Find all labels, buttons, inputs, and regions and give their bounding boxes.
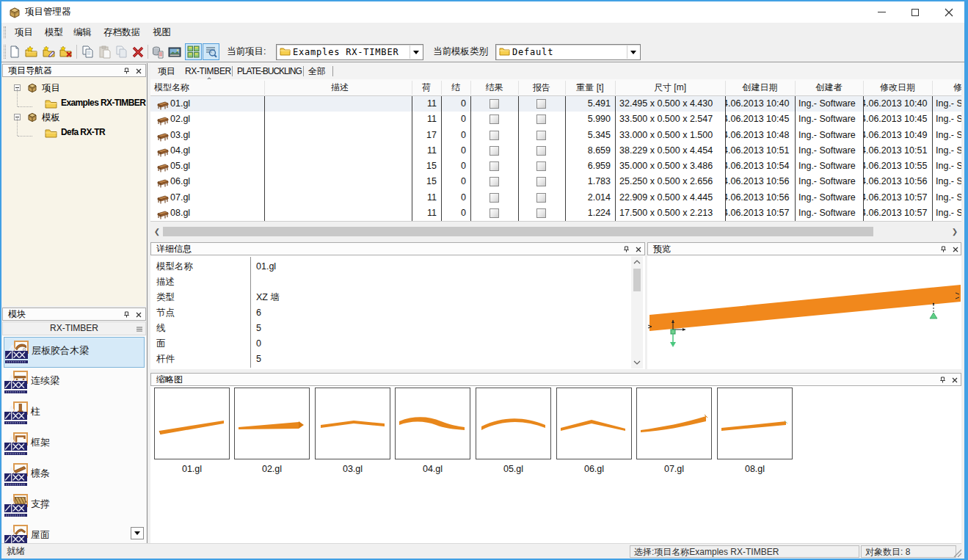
thumbnail-06.gl[interactable] (556, 388, 632, 459)
table-row[interactable]: 04.gl1108.65938.229 x 0.500 x 4.4544.06.… (150, 143, 961, 159)
table-row[interactable]: 07.gl1102.01422.909 x 0.500 x 4.4454.06.… (150, 190, 961, 206)
scroll-up-icon[interactable] (633, 260, 641, 264)
module-item-2[interactable]: 连续梁 (4, 368, 145, 399)
results-checkbox[interactable] (490, 193, 499, 203)
report-checkbox[interactable] (536, 161, 546, 171)
thumbnail-07.gl[interactable] (636, 388, 712, 459)
thumbnail-08.gl[interactable] (717, 388, 793, 459)
chevron-down-icon[interactable] (627, 46, 639, 59)
report-checkbox[interactable] (536, 114, 546, 124)
close-button[interactable] (932, 1, 966, 23)
table-row[interactable]: 02.gl1105.99033.500 x 0.500 x 2.5474.06.… (150, 112, 961, 127)
extract-archive-button[interactable] (152, 46, 165, 59)
results-checkbox[interactable] (490, 161, 499, 171)
delete-project-folder-button[interactable] (59, 46, 73, 59)
close-icon[interactable] (134, 66, 143, 76)
thumbnail-05.gl[interactable] (476, 388, 551, 459)
pin-icon[interactable] (938, 375, 947, 385)
close-icon[interactable] (134, 310, 143, 319)
column-header-4[interactable]: 结 (441, 79, 470, 95)
menu-item-5[interactable]: 视图 (151, 23, 172, 42)
thumbnail-02.gl[interactable] (234, 388, 310, 459)
pin-icon[interactable] (122, 310, 131, 319)
thumbnail-03.gl[interactable] (315, 388, 390, 459)
preview-view-toggle-button[interactable] (203, 43, 219, 60)
table-horizontal-scrollbar[interactable]: ❮ ❯ (150, 225, 961, 238)
thumbnail-04.gl[interactable] (395, 388, 470, 459)
scroll-down-icon[interactable] (633, 360, 641, 365)
modules-group-header[interactable]: RX-TIMBER (2, 321, 146, 335)
edit-project-folder-button[interactable] (43, 46, 56, 59)
column-header-2[interactable]: 描述 (264, 79, 415, 95)
tab-全部[interactable]: 全部 (308, 63, 325, 79)
results-checkbox[interactable] (490, 208, 499, 218)
template-category-combo[interactable]: Default (495, 44, 641, 60)
menu-item-3[interactable]: 编辑 (72, 23, 93, 42)
current-project-combo[interactable]: Examples RX-TIMBER (276, 44, 423, 60)
results-checkbox[interactable] (490, 131, 499, 140)
report-checkbox[interactable] (536, 131, 546, 140)
paste-button[interactable] (98, 46, 112, 59)
column-header-10[interactable]: 创建者 (795, 79, 863, 95)
table-row[interactable]: 01.gl1105.49132.495 x 0.500 x 4.4304.06.… (150, 96, 961, 112)
minimize-button[interactable] (865, 1, 898, 23)
results-checkbox[interactable] (490, 177, 499, 186)
menu-item-4[interactable]: 存档数据 (102, 23, 142, 42)
column-header-11[interactable]: 修改日期 (863, 79, 932, 95)
module-item-7[interactable]: 屋面 (4, 522, 145, 543)
results-checkbox[interactable] (490, 99, 499, 109)
copy-button[interactable] (81, 46, 95, 59)
pin-icon[interactable] (939, 244, 948, 254)
module-item-1[interactable]: 层板胶合木梁 (4, 337, 145, 368)
close-icon[interactable] (633, 244, 643, 254)
column-header-3[interactable]: 荷 (412, 79, 441, 95)
module-item-5[interactable]: 檩条 (4, 460, 145, 491)
report-checkbox[interactable] (536, 177, 546, 186)
new-project-folder-button[interactable] (25, 46, 38, 59)
column-separator (795, 81, 796, 95)
table-row[interactable]: 03.gl1705.34533.000 x 0.500 x 1.5004.06.… (150, 128, 961, 143)
menu-item-1[interactable]: 项目 (13, 23, 34, 42)
send-image-button[interactable] (168, 46, 181, 59)
column-header-1[interactable]: 模型名称 (150, 79, 264, 95)
module-item-6[interactable]: 支撑 (4, 491, 145, 522)
scroll-left-icon[interactable]: ❮ (152, 225, 162, 238)
menu-item-2[interactable]: 模型 (43, 23, 65, 42)
table-row[interactable]: 05.gl1506.95935.000 x 0.500 x 3.4864.06.… (150, 159, 961, 174)
thumbnail-01.gl[interactable] (154, 388, 230, 459)
report-checkbox[interactable] (536, 99, 546, 109)
delete-button[interactable] (131, 46, 145, 59)
module-item-3[interactable]: 柱 (4, 399, 145, 429)
results-checkbox[interactable] (490, 114, 499, 124)
results-checkbox[interactable] (490, 146, 499, 156)
close-icon[interactable] (950, 244, 960, 254)
scrollbar-thumb[interactable] (633, 269, 641, 291)
maximize-button[interactable] (898, 1, 932, 23)
scroll-right-icon[interactable]: ❯ (950, 225, 960, 238)
report-checkbox[interactable] (536, 146, 546, 156)
column-header-7[interactable]: 重量 [t] (565, 79, 615, 95)
table-row[interactable]: 06.gl1501.78325.250 x 0.500 x 2.6564.06.… (150, 174, 961, 189)
column-header-9[interactable]: 创建日期 (725, 79, 795, 95)
tab-项目[interactable]: 项目 (158, 63, 175, 79)
column-header-6[interactable]: 报告 (518, 79, 565, 95)
close-icon[interactable] (950, 375, 959, 385)
copy-model-button[interactable] (115, 46, 128, 59)
column-header-8[interactable]: 尺寸 [m] (615, 79, 725, 95)
new-document-button[interactable] (8, 46, 21, 59)
folder-icon (45, 128, 57, 142)
module-item-4[interactable]: 框架 (4, 429, 145, 460)
tab-plate-buckling[interactable]: PLATE-BUCKLING (237, 63, 302, 79)
scrollbar-thumb[interactable] (163, 227, 873, 236)
table-row[interactable]: 08.gl1101.22417.500 x 0.500 x 2.2134.06.… (150, 206, 961, 221)
pin-icon[interactable] (622, 244, 631, 254)
chevron-down-icon[interactable] (410, 46, 422, 59)
pin-icon[interactable] (122, 66, 131, 76)
tiles-view-toggle-button[interactable] (185, 43, 202, 60)
report-checkbox[interactable] (536, 193, 546, 203)
modules-scroll-down-button[interactable] (131, 527, 144, 539)
report-checkbox[interactable] (536, 208, 546, 218)
cell-creator: Ing.- Software (795, 143, 863, 159)
details-vertical-scrollbar[interactable] (631, 256, 643, 368)
column-header-5[interactable]: 结果 (470, 79, 518, 95)
